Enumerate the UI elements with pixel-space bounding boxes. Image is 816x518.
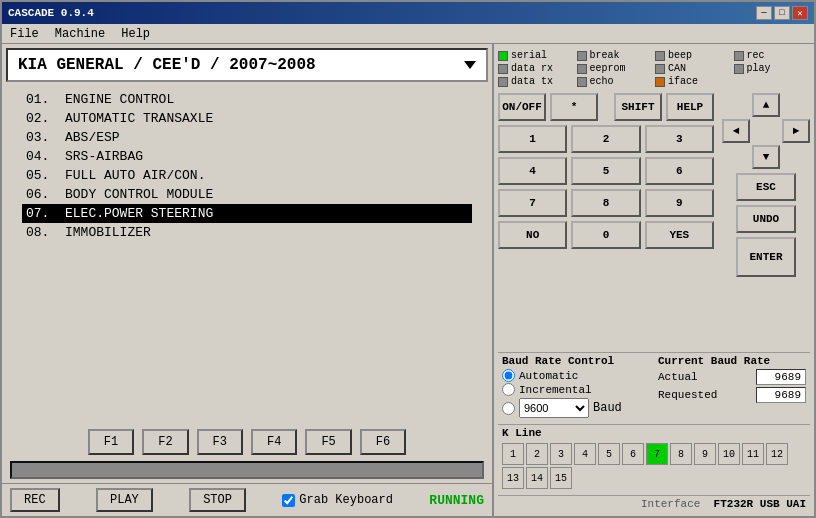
kline-btn-11[interactable]: 11 — [742, 443, 764, 465]
window-title: CASCADE 0.9.4 — [8, 7, 94, 19]
key-6[interactable]: 6 — [645, 157, 714, 185]
rec-button[interactable]: REC — [10, 488, 60, 512]
down-arrow-button[interactable]: ▼ — [752, 145, 780, 169]
kline-btn-3[interactable]: 3 — [550, 443, 572, 465]
close-button[interactable]: ✕ — [792, 6, 808, 20]
kline-btn-9[interactable]: 9 — [694, 443, 716, 465]
indicator-datarx-label: data rx — [511, 63, 553, 74]
arrow-row-top: ▲ — [722, 93, 810, 117]
undo-button[interactable]: UNDO — [736, 205, 796, 233]
led-echo — [577, 77, 587, 87]
f2-button[interactable]: F2 — [142, 429, 188, 455]
baud-control: Baud Rate Control Automatic Incremental … — [502, 355, 650, 418]
list-item[interactable]: 04. SRS-AIRBAG — [22, 147, 472, 166]
status-badge: RUNNING — [429, 493, 484, 508]
current-baud: Current Baud Rate Actual 9689 Requested … — [658, 355, 806, 418]
shift-button[interactable]: SHIFT — [614, 93, 662, 121]
main-window: CASCADE 0.9.4 ─ □ ✕ File Machine Help KI… — [0, 0, 816, 518]
radio-incremental-input[interactable] — [502, 383, 515, 396]
radio-manual-input[interactable] — [502, 402, 515, 415]
interface-label: Interface — [641, 498, 700, 510]
key-0[interactable]: 0 — [571, 221, 640, 249]
menu-bar: File Machine Help — [2, 24, 814, 44]
key-3[interactable]: 3 — [645, 125, 714, 153]
kline-btn-10[interactable]: 10 — [718, 443, 740, 465]
led-can — [655, 64, 665, 74]
vehicle-header[interactable]: KIA GENERAL / CEE'D / 2007~2008 — [6, 48, 488, 82]
progress-bar — [10, 461, 484, 479]
menu-machine[interactable]: Machine — [47, 25, 113, 43]
indicator-rec: rec — [734, 50, 811, 61]
maximize-button[interactable]: □ — [774, 6, 790, 20]
grab-keyboard-label[interactable]: Grab Keyboard — [299, 493, 393, 507]
kline-btn-15[interactable]: 15 — [550, 467, 572, 489]
star-button[interactable]: * — [550, 93, 598, 121]
list-item[interactable]: 01. ENGINE CONTROL — [22, 90, 472, 109]
kline-btn-6[interactable]: 6 — [622, 443, 644, 465]
key-9[interactable]: 9 — [645, 189, 714, 217]
list-item-selected[interactable]: 07. ELEC.POWER STEERING — [22, 204, 472, 223]
kline-btn-5[interactable]: 5 — [598, 443, 620, 465]
baud-select[interactable]: 9600 4800 19200 — [519, 398, 589, 418]
indicator-iface: iface — [655, 76, 732, 87]
menu-file[interactable]: File — [2, 25, 47, 43]
main-content: KIA GENERAL / CEE'D / 2007~2008 01. ENGI… — [2, 44, 814, 516]
f4-button[interactable]: F4 — [251, 429, 297, 455]
main-keypad: ON/OFF * SHIFT HELP 1 2 3 4 — [498, 93, 714, 348]
kline-btn-2[interactable]: 2 — [526, 443, 548, 465]
kline-btn-8[interactable]: 8 — [670, 443, 692, 465]
help-button[interactable]: HELP — [666, 93, 714, 121]
right-arrow-button[interactable]: ► — [782, 119, 810, 143]
dropdown-arrow-icon[interactable] — [464, 61, 476, 69]
list-item[interactable]: 08. IMMOBILIZER — [22, 223, 472, 242]
bottom-controls: REC PLAY STOP Grab Keyboard RUNNING — [2, 483, 492, 516]
list-item[interactable]: 03. ABS/ESP — [22, 128, 472, 147]
key-1[interactable]: 1 — [498, 125, 567, 153]
minimize-button[interactable]: ─ — [756, 6, 772, 20]
kline-btn-12[interactable]: 12 — [766, 443, 788, 465]
radio-automatic-input[interactable] — [502, 369, 515, 382]
up-arrow-button[interactable]: ▲ — [752, 93, 780, 117]
kline-btn-14[interactable]: 14 — [526, 467, 548, 489]
menu-help[interactable]: Help — [113, 25, 158, 43]
list-item[interactable]: 06. BODY CONTROL MODULE — [22, 185, 472, 204]
kline-btn-1[interactable]: 1 — [502, 443, 524, 465]
kline-btn-7[interactable]: 7 — [646, 443, 668, 465]
yes-button[interactable]: YES — [645, 221, 714, 249]
f5-button[interactable]: F5 — [305, 429, 351, 455]
right-panel: serial break beep rec data rx — [494, 44, 814, 516]
f3-button[interactable]: F3 — [197, 429, 243, 455]
left-arrow-button[interactable]: ◄ — [722, 119, 750, 143]
indicator-echo-label: echo — [590, 76, 614, 87]
key-5[interactable]: 5 — [571, 157, 640, 185]
key-2[interactable]: 2 — [571, 125, 640, 153]
kline-btn-13[interactable]: 13 — [502, 467, 524, 489]
list-item[interactable]: 05. FULL AUTO AIR/CON. — [22, 166, 472, 185]
indicator-serial-label: serial — [511, 50, 547, 61]
title-bar: CASCADE 0.9.4 ─ □ ✕ — [2, 2, 814, 24]
play-button[interactable]: PLAY — [96, 488, 153, 512]
kline-btn-4[interactable]: 4 — [574, 443, 596, 465]
led-serial — [498, 51, 508, 61]
radio-automatic[interactable]: Automatic — [502, 369, 650, 382]
grab-keyboard-container: Grab Keyboard — [282, 493, 393, 507]
f6-button[interactable]: F6 — [360, 429, 406, 455]
arrow-row-mid: ◄ ► — [722, 119, 810, 143]
key-8[interactable]: 8 — [571, 189, 640, 217]
enter-button[interactable]: ENTER — [736, 237, 796, 277]
arrow-row-bot: ▼ — [722, 145, 810, 169]
list-item[interactable]: 02. AUTOMATIC TRANSAXLE — [22, 109, 472, 128]
radio-incremental[interactable]: Incremental — [502, 383, 650, 396]
no-button[interactable]: NO — [498, 221, 567, 249]
current-baud-title: Current Baud Rate — [658, 355, 806, 367]
interface-bar: Interface FT232R USB UAI — [498, 495, 810, 512]
f1-button[interactable]: F1 — [88, 429, 134, 455]
key-4[interactable]: 4 — [498, 157, 567, 185]
key-row-5: NO 0 YES — [498, 221, 714, 249]
onoff-button[interactable]: ON/OFF — [498, 93, 546, 121]
grab-keyboard-checkbox[interactable] — [282, 494, 295, 507]
kline-section: K Line 1 2 3 4 5 6 7 8 9 10 11 12 13 14 … — [498, 424, 810, 491]
esc-button[interactable]: ESC — [736, 173, 796, 201]
stop-button[interactable]: STOP — [189, 488, 246, 512]
key-7[interactable]: 7 — [498, 189, 567, 217]
